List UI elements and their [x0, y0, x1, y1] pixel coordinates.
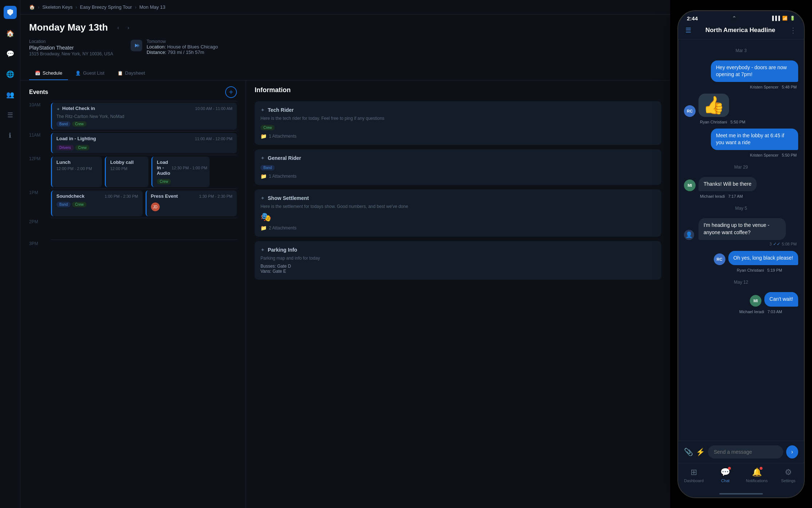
- msg-lobby: Meet me in the lobby at 6:45 if you want…: [684, 129, 798, 157]
- event-soundcheck[interactable]: Soundcheck 1:00 PM - 2:30 PM Band Crew: [51, 190, 143, 216]
- breadcrumb-home-icon[interactable]: 🏠: [29, 4, 35, 10]
- schedule-panel: Events + 10AM ✦ Hotel Check in 10:00 A: [20, 80, 246, 508]
- time-label-11am: 11AM: [29, 131, 51, 155]
- time-events-3pm: [51, 240, 237, 261]
- date-divider-mar3: Mar 3: [684, 48, 798, 53]
- phone-container: 2:44 ⌃ ▐▐▐ 📶 🔋 ☰ North America Headline …: [670, 0, 812, 508]
- floating-avatar-placeholder: 👤: [684, 230, 696, 240]
- time-row-2pm: 2PM: [29, 218, 237, 240]
- event-press-event[interactable]: Press Event 1:30 PM - 2:30 PM JD: [146, 190, 237, 216]
- status-time: 2:44: [687, 15, 698, 21]
- sidebar-globe-icon[interactable]: 🌐: [4, 68, 16, 80]
- check-icon: ✓✓: [773, 241, 780, 247]
- settings-icon: ⚙: [785, 468, 792, 477]
- chat-input-bar: 📎 ⚡ ›: [678, 441, 804, 463]
- sidebar-list-icon[interactable]: ☰: [4, 109, 16, 121]
- settlement-emoji: 🎭: [260, 212, 271, 222]
- chat-options-icon[interactable]: ⋮: [789, 26, 797, 35]
- breadcrumb-item1[interactable]: Skeleton Keys: [42, 4, 72, 10]
- tomorrow-direction-icon: [131, 40, 142, 51]
- chat-title: North America Headline: [696, 27, 785, 34]
- send-button[interactable]: ›: [786, 445, 798, 458]
- tab-guestlist[interactable]: 👤 Guest List: [69, 67, 110, 80]
- avatar-mi-cantwait: MI: [750, 295, 761, 307]
- desktop-app: 🏠 💬 🌐 👥 ☰ ℹ 🏠 › Skeleton Keys › Easy Bre…: [0, 0, 670, 508]
- avatar-mi-thanks: MI: [684, 180, 696, 191]
- date-divider-may5: May 5: [684, 206, 798, 211]
- wifi-icon: 📶: [782, 16, 788, 21]
- location-label: Location: [29, 39, 113, 44]
- time-events-11am: Load in - Lighting 11:00 AM - 12:00 PM D…: [51, 131, 237, 155]
- chat-badge: [728, 467, 731, 470]
- info-card-settlement: ✦ Show Settlement Here is the settlement…: [255, 189, 661, 237]
- chat-messages: Mar 3 Hey everybody - doors are now open…: [678, 39, 804, 441]
- event-load-audio[interactable]: Load in - Audio 12:30 PM - 1:00 PM Crew: [151, 157, 210, 187]
- schedule-header: Events +: [20, 80, 246, 101]
- info-panel: Information ✦ Tech Rider Here is the tec…: [246, 80, 670, 508]
- info-card-tech-rider: ✦ Tech Rider Here is the tech rider for …: [255, 101, 661, 145]
- msg-cant-wait: Can't wait! MI Michael Ieradi 7:03 AM: [684, 292, 798, 314]
- tab-schedule[interactable]: 📅 Schedule: [29, 67, 68, 80]
- status-icons: ▐▐▐ 📶 🔋: [771, 16, 795, 21]
- chat-header: ☰ North America Headline ⋮: [678, 21, 804, 39]
- settlement-icon: ✦: [260, 195, 265, 201]
- tomorrow-info: Tomorrow Location: House of Blues Chicag…: [147, 39, 218, 55]
- msg-thumbsup: RC 👍 Ryan Christiani 5:50 PM: [684, 94, 798, 124]
- time-row-1pm: 1PM Soundcheck 1:00 PM - 2:30 PM Band Cr…: [29, 189, 237, 218]
- tomorrow-location: Location: House of Blues Chicago: [147, 44, 218, 50]
- next-day-button[interactable]: ›: [124, 23, 133, 32]
- event-lunch[interactable]: Lunch 12:00 PM - 2:00 PM: [51, 157, 102, 187]
- sidebar-home-icon[interactable]: 🏠: [4, 28, 16, 39]
- prev-day-button[interactable]: ‹: [114, 23, 123, 32]
- dashboard-icon: ⊞: [690, 468, 697, 477]
- breadcrumb-item2[interactable]: Easy Breezy Spring Tour: [80, 4, 132, 10]
- location-venue: PlayStation Theater: [29, 45, 113, 51]
- settlement-attachment: 📁 2 Attachments: [260, 225, 656, 231]
- nav-dashboard[interactable]: ⊞ Dashboard: [681, 468, 706, 483]
- main-content: 🏠 › Skeleton Keys › Easy Breezy Spring T…: [20, 0, 670, 508]
- message-input[interactable]: [708, 445, 783, 458]
- parking-icon: ✦: [260, 247, 265, 253]
- bottom-nav: ⊞ Dashboard 💬 Chat 🔔 Notifications ⚙ S: [678, 463, 804, 490]
- nav-settings[interactable]: ⚙ Settings: [776, 468, 801, 483]
- nav-notifications-label: Notifications: [746, 479, 768, 483]
- home-indicator: [678, 490, 804, 497]
- battery-icon: 🔋: [790, 16, 795, 21]
- time-label-2pm: 2PM: [29, 218, 51, 240]
- event-hotel-checkin[interactable]: ✦ Hotel Check in 10:00 AM - 11:00 AM The…: [51, 103, 237, 130]
- time-row-10am: 10AM ✦ Hotel Check in 10:00 AM - 11:00 A…: [29, 101, 237, 131]
- nav-settings-label: Settings: [781, 479, 796, 483]
- nav-chat[interactable]: 💬 Chat: [713, 468, 738, 483]
- lightning-icon[interactable]: ⚡: [696, 448, 705, 456]
- tomorrow-block: Tomorrow Location: House of Blues Chicag…: [131, 39, 218, 56]
- general-rider-attachment: 📁 1 Attachments: [260, 173, 656, 179]
- time-events-2pm: [51, 218, 237, 240]
- add-event-button[interactable]: +: [225, 86, 237, 98]
- msg-long-black: Oh yes, long black please! RC Ryan Chris…: [684, 251, 798, 273]
- nav-chat-label: Chat: [721, 479, 729, 483]
- sidebar: 🏠 💬 🌐 👥 ☰ ℹ: [0, 0, 20, 508]
- time-label-3pm: 3PM: [29, 240, 51, 261]
- read-receipt-coffee: 3 ✓✓ 5:08 PM: [684, 241, 798, 247]
- sidebar-info-icon[interactable]: ℹ: [4, 130, 16, 141]
- location-block: Location PlayStation Theater 1515 Broadw…: [29, 39, 113, 56]
- sidebar-users-icon[interactable]: 👥: [4, 89, 16, 101]
- menu-icon[interactable]: ☰: [685, 26, 691, 34]
- nav-notifications[interactable]: 🔔 Notifications: [744, 468, 769, 483]
- msg-hey-everybody: Hey everybody - doors are now opening at…: [684, 60, 798, 89]
- event-load-lighting[interactable]: Load in - Lighting 11:00 AM - 12:00 PM D…: [51, 133, 237, 153]
- tab-daysheet[interactable]: 📋 Daysheet: [112, 67, 151, 80]
- content-area: Events + 10AM ✦ Hotel Check in 10:00 A: [20, 80, 670, 508]
- event-lobby-call[interactable]: Lobby call 12:00 PM: [105, 157, 148, 187]
- info-title: Information: [255, 86, 661, 94]
- avatar-rc-longblack: RC: [714, 253, 725, 265]
- page-title: Monday May 13th: [29, 22, 108, 33]
- time-label-1pm: 1PM: [29, 189, 51, 218]
- tech-rider-icon: ✦: [260, 107, 265, 113]
- breadcrumb-sep2: ›: [75, 4, 77, 10]
- time-events-12pm: Lunch 12:00 PM - 2:00 PM Lobby call 12:0…: [51, 155, 237, 189]
- time-label-10am: 10AM: [29, 101, 51, 131]
- attachment-icon[interactable]: 📎: [684, 448, 693, 456]
- sidebar-chat-icon[interactable]: 💬: [4, 48, 16, 60]
- info-card-parking: ✦ Parking Info Parking map and info for …: [255, 241, 661, 280]
